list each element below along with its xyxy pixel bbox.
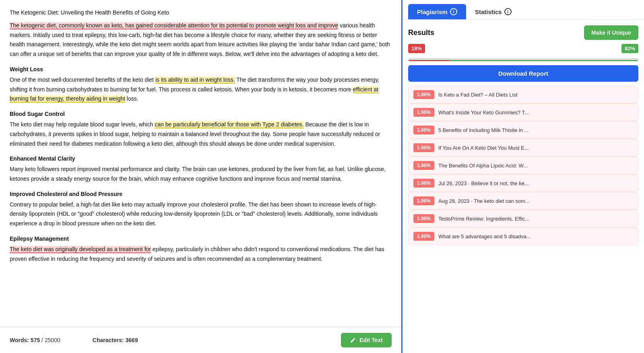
word-count: Words: 575 / 25000: [10, 337, 60, 343]
result-title-text: Aug 28, 2023 · The keto diet can som...: [438, 198, 530, 204]
section-title-epilepsy: Epilepsy Management: [10, 234, 392, 244]
download-report-button[interactable]: Download Report: [408, 65, 638, 82]
tab-statistics[interactable]: Statistics i: [466, 4, 520, 19]
highlight-epilepsy-1: The keto diet was originally developed a…: [10, 246, 151, 253]
result-item[interactable]: 1.96%What's Inside Your Keto Gummies? T.…: [408, 103, 638, 121]
edit-icon: [350, 337, 356, 343]
result-item[interactable]: 1.96%Is Keto a Fad Diet? – All Diets Lis…: [408, 86, 638, 103]
make-unique-button[interactable]: Make it Unique: [584, 25, 638, 40]
progress-fill-red: [408, 60, 450, 61]
result-percentage: 1.96%: [413, 143, 434, 152]
edit-text-button[interactable]: Edit Text: [341, 333, 392, 347]
statistics-info-icon[interactable]: i: [504, 8, 512, 15]
unique-badge: 82%: [621, 44, 638, 53]
footer-bar: Words: 575 / 25000 Characters: 3669 Edit…: [0, 327, 401, 353]
results-section: Results Make it Unique 18% 82% Download …: [402, 20, 644, 353]
result-item[interactable]: 1.96%If You Are On A Keto Diet You Must …: [408, 139, 638, 157]
result-percentage: 1.96%: [413, 232, 434, 241]
score-bar-container: 18% 82%: [408, 44, 638, 61]
result-title-text: What's Inside Your Keto Gummies? T...: [438, 109, 529, 116]
section-title-blood-sugar: Blood Sugar Control: [10, 109, 392, 119]
section-body-epilepsy: The keto diet was originally developed a…: [10, 245, 392, 264]
results-list: 1.96%Is Keto a Fad Diet? – All Diets Lis…: [408, 86, 638, 245]
result-percentage: 1.96%: [413, 108, 434, 117]
result-item[interactable]: 1.96%5 Benefits of Including Milk Thistl…: [408, 121, 638, 139]
result-title-text: If You Are On A Keto Diet You Must E...: [438, 145, 529, 151]
highlight-intro-1: The ketogenic diet, commonly known as ke…: [10, 22, 338, 29]
result-percentage: 1.96%: [413, 214, 434, 223]
score-labels: 18% 82%: [408, 44, 638, 53]
section-title-weight-loss: Weight Loss: [10, 65, 392, 74]
result-title-text: Jul 26, 2023 · Believe it or not, the ke…: [438, 180, 529, 186]
result-title-text: The Benefits Of Alpha Lipoic Acid: W...: [438, 163, 528, 169]
result-item[interactable]: 1.96%Aug 28, 2023 · The keto diet can so…: [408, 192, 638, 210]
tab-plagiarism[interactable]: Plagiarism i: [408, 4, 466, 19]
section-body-weight-loss: One of the most well-documented benefits…: [10, 75, 392, 104]
character-count: Characters: 3669: [93, 337, 138, 343]
section-body-mental-clarity: Many keto followers report improved ment…: [10, 165, 392, 184]
result-percentage: 1.96%: [413, 90, 434, 99]
intro-paragraph: The ketogenic diet, commonly known as ke…: [10, 21, 392, 59]
results-title: Results: [408, 29, 434, 37]
result-title-text: TestoPrime Review: Ingredients, Effic...: [438, 216, 529, 222]
result-percentage: 1.96%: [413, 161, 434, 170]
left-panel: The Ketogenic Diet: Unveiling the Health…: [0, 0, 402, 353]
text-content-area: The Ketogenic Diet: Unveiling the Health…: [0, 0, 401, 327]
result-item[interactable]: 1.96%TestoPrime Review: Ingredients, Eff…: [408, 210, 638, 227]
footer-stats: Words: 575 / 25000 Characters: 3669: [10, 337, 341, 343]
result-item[interactable]: 1.96%Jul 26, 2023 · Believe it or not, t…: [408, 174, 638, 192]
tabs-bar: Plagiarism i Statistics i: [402, 0, 644, 20]
section-body-cholesterol: Contrary to popular belief, a high-fat d…: [10, 200, 392, 229]
result-title-text: 5 Benefits of Including Milk Thistle in …: [438, 127, 528, 133]
result-percentage: 1.96%: [413, 126, 434, 134]
section-title-cholesterol: Improved Cholesterol and Blood Pressure: [10, 190, 392, 199]
section-body-blood-sugar: The keto diet may help regulate blood su…: [10, 120, 392, 149]
progress-fill-green: [450, 60, 638, 61]
highlight-weight-1: is its ability to aid in weight loss.: [155, 76, 235, 84]
result-title-text: What are 5 advantages and 5 disadva...: [438, 233, 531, 239]
highlight-weight-2: efficient at burning fat for energy, the…: [10, 86, 378, 103]
progress-track: [408, 58, 638, 61]
plagiarism-info-icon[interactable]: i: [450, 8, 457, 15]
article-title: The Ketogenic Diet: Unveiling the Health…: [10, 8, 392, 18]
result-item[interactable]: 1.96%The Benefits Of Alpha Lipoic Acid: …: [408, 157, 638, 174]
right-panel: Plagiarism i Statistics i Results Make i…: [402, 0, 644, 353]
results-header: Results Make it Unique: [408, 25, 638, 40]
highlight-blood-1: can be particularly beneficial for those…: [155, 121, 303, 128]
result-item[interactable]: 1.96%What are 5 advantages and 5 disadva…: [408, 227, 638, 245]
result-title-text: Is Keto a Fad Diet? – All Diets List: [438, 92, 518, 98]
result-percentage: 1.96%: [413, 179, 434, 188]
plagiarism-badge: 18%: [408, 44, 425, 53]
result-percentage: 1.96%: [413, 196, 434, 205]
section-title-mental-clarity: Enhanced Mental Clarity: [10, 154, 392, 164]
